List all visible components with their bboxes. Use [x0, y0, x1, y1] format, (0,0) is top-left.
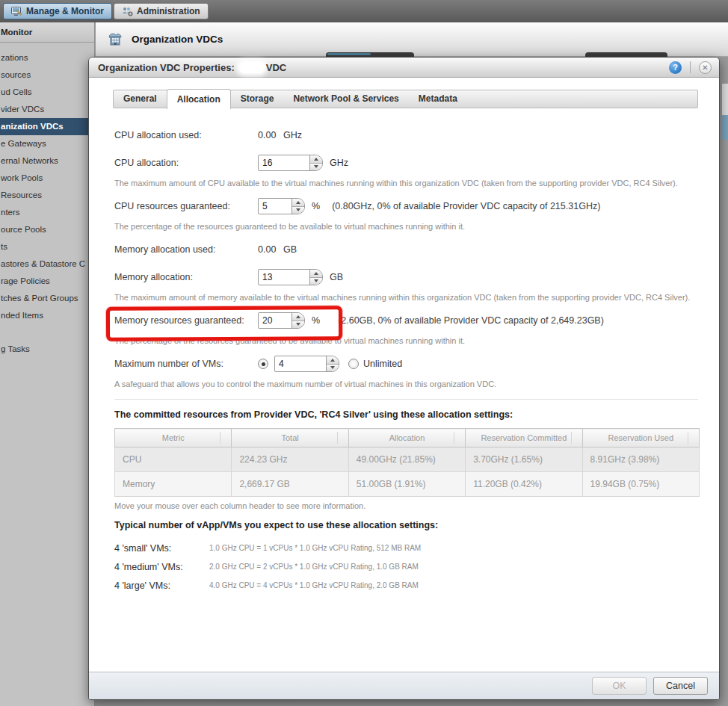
organization-vdc-properties-dialog: Organization VDC Properties: VDC ? ✕ Gen…: [88, 57, 720, 700]
tab-administration-label: Administration: [137, 6, 200, 16]
sidebar-item-vsphere-resources[interactable]: Resources: [0, 187, 94, 204]
max-vms-help: A safeguard that allows you to control t…: [114, 380, 698, 388]
memory-guaranteed-help: The percentage of the resources guarante…: [114, 336, 698, 345]
table-row-cpu: CPU 224.23 GHz 49.00GHz (21.85%) 3.70GHz…: [115, 448, 700, 472]
cancel-button[interactable]: Cancel: [653, 677, 708, 695]
sidebar-item-hosts[interactable]: ts: [0, 238, 94, 256]
sidebar-header: Monitor: [0, 22, 94, 43]
dialog-title-bar[interactable]: Organization VDC Properties: VDC ? ✕: [89, 58, 719, 78]
memory-allocation-unit: GB: [330, 272, 343, 282]
app-top-bar: Manage & Monitor Administration: [0, 0, 728, 22]
help-icon[interactable]: ?: [669, 61, 682, 74]
sidebar-item-storage-policies[interactable]: rage Policies: [0, 273, 94, 290]
sidebar-item-external-networks[interactable]: ernal Networks: [0, 152, 94, 170]
memory-allocation-used-label: Memory allocation used:: [114, 244, 258, 255]
cpu-allocation-used-value: 0.00: [258, 130, 283, 140]
sidebar-item-provider-vdcs[interactable]: vider VDCs: [0, 101, 94, 118]
tab-network-pool-services[interactable]: Network Pool & Services: [283, 90, 408, 108]
ok-button[interactable]: OK: [592, 677, 647, 695]
max-vms-unlimited-label: Unlimited: [363, 359, 402, 369]
small-vms-label: 4 'small' VMs:: [114, 543, 209, 554]
sidebar-item-cloud-cells[interactable]: ud Cells: [0, 84, 94, 101]
cell-cpu-metric: CPU: [115, 448, 232, 472]
sidebar-item-blocking-tasks[interactable]: g Tasks: [0, 341, 94, 358]
medium-vms-label: 4 'medium' VMs:: [114, 562, 209, 572]
memory-allocation-row: Memory allocation: GB: [114, 268, 698, 286]
sidebar-item-network-pools[interactable]: work Pools: [0, 170, 94, 187]
cpu-allocation-used-unit: GHz: [283, 130, 302, 140]
dialog-body: General Allocation Storage Network Pool …: [89, 78, 719, 672]
tab-allocation[interactable]: Allocation: [167, 89, 231, 109]
sidebar-item-organization-vdcs[interactable]: anization VDCs: [0, 118, 94, 135]
cpu-allocation-used-label: CPU allocation used:: [114, 130, 258, 140]
column-header-allocation[interactable]: Allocation: [348, 429, 465, 448]
dialog-tab-strip: General Allocation Storage Network Pool …: [113, 90, 698, 108]
memory-allocation-input[interactable]: [259, 270, 309, 285]
memory-guaranteed-label: Memory resources guaranteed:: [114, 315, 258, 326]
sidebar-item-stranded-items[interactable]: nded Items: [0, 307, 94, 324]
stepper-up-icon[interactable]: [310, 155, 322, 164]
sidebar-item-edge-gateways[interactable]: e Gateways: [0, 135, 94, 152]
tab-storage[interactable]: Storage: [231, 90, 284, 108]
cpu-guaranteed-row: CPU resources guaranteed: % (0.80GHz, 0%…: [114, 197, 698, 215]
cpu-allocation-input[interactable]: [259, 155, 309, 170]
small-vms-row: 4 'small' VMs: 1.0 GHz CPU = 1 vCPUs * 1…: [114, 539, 698, 557]
cpu-allocation-used-row: CPU allocation used: 0.00 GHz: [114, 126, 698, 144]
redacted-org-name: [239, 62, 265, 73]
max-vms-input[interactable]: [275, 356, 326, 371]
stepper-down-icon[interactable]: [310, 164, 322, 171]
organization-vdcs-icon: [106, 30, 124, 49]
sidebar-item-switches-port-groups[interactable]: tches & Port Groups: [0, 290, 94, 307]
column-header-reservation-used[interactable]: Reservation Used: [582, 429, 699, 448]
stepper-down-icon[interactable]: [292, 321, 304, 329]
tab-general[interactable]: General: [114, 90, 167, 108]
memory-allocation-stepper: [258, 269, 323, 285]
navigation-sidebar: Monitor zations sources ud Cells vider V…: [0, 22, 95, 706]
cpu-guaranteed-input[interactable]: [259, 199, 291, 214]
sidebar-item-vcenters[interactable]: nters: [0, 204, 94, 221]
tab-metadata[interactable]: Metadata: [409, 90, 467, 108]
background-table-header-sliver: [722, 84, 728, 115]
sidebar-item-datastores[interactable]: astores & Datastore C: [0, 256, 94, 273]
stepper-up-icon[interactable]: [292, 313, 304, 321]
max-vms-limited-radio[interactable]: [258, 359, 268, 369]
tab-manage-and-monitor[interactable]: Manage & Monitor: [3, 3, 112, 19]
stepper-up-icon[interactable]: [292, 199, 304, 207]
large-vms-spec: 4.0 GHz CPU = 4 vCPUs * 1.0 GHz vCPU Rat…: [209, 581, 419, 589]
column-header-reservation-committed[interactable]: Reservation Committed: [466, 429, 582, 448]
typical-vms-heading: Typical number of vApp/VMs you expect to…: [114, 520, 698, 530]
administration-icon: [122, 7, 133, 16]
max-vms-stepper: [274, 356, 339, 372]
memory-guaranteed-row: Memory resources guaranteed: % (2.60GB, …: [114, 312, 698, 329]
column-header-metric[interactable]: Metric: [115, 429, 232, 448]
cell-memory-allocation: 51.00GB (1.91%): [348, 472, 465, 497]
dialog-title: Organization VDC Properties: VDC: [98, 62, 286, 73]
large-vms-row: 4 'large' VMs: 4.0 GHz CPU = 4 vCPUs * 1…: [114, 576, 698, 595]
sidebar-item-resource-pools[interactable]: ource Pools: [0, 221, 94, 238]
memory-guaranteed-input[interactable]: [259, 313, 291, 328]
cpu-guaranteed-help: The percentage of the resources guarante…: [114, 222, 698, 231]
medium-vms-row: 4 'medium' VMs: 2.0 GHz CPU = 2 vCPUs * …: [114, 557, 698, 576]
stepper-up-icon[interactable]: [310, 270, 322, 278]
column-header-total[interactable]: Total: [232, 429, 348, 448]
tab-administration[interactable]: Administration: [114, 3, 209, 19]
max-vms-unlimited-radio[interactable]: [348, 359, 359, 369]
close-icon[interactable]: ✕: [699, 61, 712, 74]
sidebar-item-resources[interactable]: sources: [0, 66, 94, 84]
committed-resources-table: Metric Total Allocation Reservation Comm…: [114, 428, 700, 497]
cpu-guaranteed-label: CPU resources guaranteed:: [114, 201, 258, 211]
memory-guaranteed-unit: %: [312, 315, 320, 326]
cell-memory-metric: Memory: [115, 472, 232, 497]
cell-cpu-allocation: 49.00GHz (21.85%): [348, 448, 465, 472]
memory-allocation-help: The maximum amount of memory available t…: [114, 293, 698, 302]
memory-allocation-used-row: Memory allocation used: 0.00 GB: [114, 241, 698, 258]
stepper-down-icon[interactable]: [292, 207, 304, 214]
memory-guaranteed-stepper: [258, 312, 305, 329]
cpu-allocation-stepper: [258, 155, 323, 171]
stepper-up-icon[interactable]: [327, 356, 339, 365]
background-selected-row-sliver: [722, 115, 728, 140]
stepper-down-icon[interactable]: [327, 365, 339, 372]
title-separator: [690, 61, 691, 73]
sidebar-item-organizations[interactable]: zations: [0, 49, 94, 66]
stepper-down-icon[interactable]: [310, 278, 322, 285]
